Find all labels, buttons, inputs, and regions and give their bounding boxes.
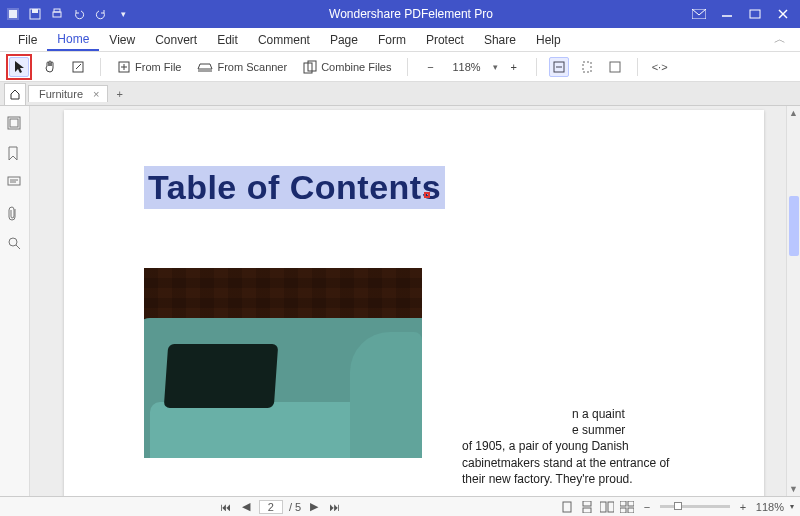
from-file-button[interactable]: From File bbox=[113, 58, 185, 76]
svg-rect-45 bbox=[620, 501, 626, 506]
furniture-image bbox=[144, 268, 422, 458]
heading-text: Table of Contents bbox=[148, 168, 441, 207]
first-page-button[interactable]: ⏮ bbox=[219, 500, 233, 514]
thumbnails-icon[interactable] bbox=[7, 116, 23, 132]
ribbon-toolbar: From File From Scanner Combine Files − 1… bbox=[0, 52, 800, 82]
menu-share[interactable]: Share bbox=[474, 28, 526, 51]
menu-view[interactable]: View bbox=[99, 28, 145, 51]
highlight-select-tool bbox=[6, 54, 32, 80]
zoom-dropdown-icon[interactable]: ▾ bbox=[493, 62, 498, 72]
actual-size-button[interactable] bbox=[605, 57, 625, 77]
save-icon[interactable] bbox=[28, 7, 42, 21]
document-canvas[interactable]: Table of Contents n a quaint e summer of… bbox=[30, 106, 800, 496]
status-bar: ⏮ ◀ 2 / 5 ▶ ⏭ − + 118% ▾ bbox=[0, 496, 800, 516]
vertical-scrollbar[interactable]: ▲ ▼ bbox=[786, 106, 800, 496]
comments-icon[interactable] bbox=[7, 176, 23, 192]
work-area: Table of Contents n a quaint e summer of… bbox=[0, 106, 800, 496]
svg-rect-21 bbox=[10, 119, 18, 127]
svg-rect-1 bbox=[9, 10, 17, 18]
read-mode-button[interactable]: <·> bbox=[650, 57, 670, 77]
svg-rect-40 bbox=[563, 502, 571, 512]
fit-width-button[interactable] bbox=[549, 57, 569, 77]
svg-rect-4 bbox=[53, 12, 61, 17]
svg-rect-41 bbox=[583, 501, 591, 506]
svg-rect-44 bbox=[608, 502, 614, 512]
svg-rect-18 bbox=[583, 62, 591, 72]
from-file-label: From File bbox=[135, 61, 181, 73]
edit-tool-button[interactable] bbox=[68, 57, 88, 77]
svg-point-25 bbox=[9, 238, 17, 246]
document-tab[interactable]: Furniture × bbox=[28, 85, 108, 102]
zoom-value[interactable]: 118% bbox=[446, 60, 486, 74]
undo-icon[interactable] bbox=[72, 7, 86, 21]
new-tab-button[interactable]: + bbox=[108, 88, 130, 100]
svg-rect-3 bbox=[32, 9, 38, 13]
menu-bar: File Home View Convert Edit Comment Page… bbox=[0, 28, 800, 52]
maximize-button[interactable] bbox=[748, 7, 762, 21]
svg-rect-22 bbox=[8, 177, 20, 185]
page-total: / 5 bbox=[289, 501, 301, 513]
prev-page-button[interactable]: ◀ bbox=[239, 500, 253, 514]
menu-edit[interactable]: Edit bbox=[207, 28, 248, 51]
selected-heading[interactable]: Table of Contents bbox=[144, 166, 445, 209]
app-logo-icon bbox=[6, 7, 20, 21]
close-button[interactable] bbox=[776, 7, 790, 21]
title-bar: ▾ Wondershare PDFelement Pro bbox=[0, 0, 800, 28]
zoom-out-button[interactable]: − bbox=[420, 57, 440, 77]
scroll-up-icon[interactable]: ▲ bbox=[787, 106, 800, 120]
qat-dropdown-icon[interactable]: ▾ bbox=[116, 7, 130, 21]
print-icon[interactable] bbox=[50, 7, 64, 21]
menu-help[interactable]: Help bbox=[526, 28, 571, 51]
page-current[interactable]: 2 bbox=[259, 500, 283, 514]
document-tab-strip: Furniture × + bbox=[0, 82, 800, 106]
menu-form[interactable]: Form bbox=[368, 28, 416, 51]
scroll-thumb[interactable] bbox=[789, 196, 799, 256]
view-single-icon[interactable] bbox=[560, 500, 574, 514]
view-facing-icon[interactable] bbox=[600, 500, 614, 514]
redo-icon[interactable] bbox=[94, 7, 108, 21]
svg-rect-46 bbox=[628, 501, 634, 506]
fit-page-button[interactable] bbox=[577, 57, 597, 77]
menu-protect[interactable]: Protect bbox=[416, 28, 474, 51]
hand-tool-button[interactable] bbox=[40, 57, 60, 77]
tab-close-icon[interactable]: × bbox=[93, 88, 99, 100]
combine-files-button[interactable]: Combine Files bbox=[299, 58, 395, 76]
status-zoom-in[interactable]: + bbox=[736, 500, 750, 514]
tab-home-button[interactable] bbox=[4, 83, 26, 105]
menu-file[interactable]: File bbox=[8, 28, 47, 51]
view-continuous-icon[interactable] bbox=[580, 500, 594, 514]
svg-rect-5 bbox=[54, 9, 60, 12]
zoom-in-button[interactable]: + bbox=[504, 57, 524, 77]
next-page-button[interactable]: ▶ bbox=[307, 500, 321, 514]
menu-home[interactable]: Home bbox=[47, 28, 99, 51]
highlight-context-menu: Copy Text Ctrl+C Select All Ctrl+A Desel… bbox=[424, 192, 430, 198]
svg-rect-47 bbox=[620, 508, 626, 513]
svg-rect-42 bbox=[583, 508, 591, 513]
view-facing-cont-icon[interactable] bbox=[620, 500, 634, 514]
scroll-down-icon[interactable]: ▼ bbox=[787, 482, 800, 496]
svg-line-26 bbox=[16, 245, 20, 249]
attachments-icon[interactable] bbox=[7, 206, 23, 222]
svg-rect-19 bbox=[610, 62, 620, 72]
minimize-button[interactable] bbox=[720, 7, 734, 21]
zoom-slider[interactable] bbox=[660, 505, 730, 508]
bookmark-icon[interactable] bbox=[7, 146, 23, 162]
select-tool-button[interactable] bbox=[9, 57, 29, 77]
menu-page[interactable]: Page bbox=[320, 28, 368, 51]
menu-comment[interactable]: Comment bbox=[248, 28, 320, 51]
mail-icon[interactable] bbox=[692, 7, 706, 21]
from-scanner-button[interactable]: From Scanner bbox=[193, 59, 291, 75]
status-zoom-value: 118% bbox=[756, 501, 784, 513]
combine-files-label: Combine Files bbox=[321, 61, 391, 73]
status-zoom-out[interactable]: − bbox=[640, 500, 654, 514]
search-panel-icon[interactable] bbox=[7, 236, 23, 252]
svg-rect-43 bbox=[600, 502, 606, 512]
collapse-ribbon-icon[interactable]: ︿ bbox=[774, 31, 792, 48]
status-zoom-dropdown-icon[interactable]: ▾ bbox=[790, 502, 794, 511]
document-tab-label: Furniture bbox=[39, 88, 83, 100]
app-title: Wondershare PDFelement Pro bbox=[130, 7, 692, 21]
last-page-button[interactable]: ⏭ bbox=[327, 500, 341, 514]
menu-convert[interactable]: Convert bbox=[145, 28, 207, 51]
sidebar bbox=[0, 106, 30, 496]
page: Table of Contents n a quaint e summer of… bbox=[64, 110, 764, 496]
